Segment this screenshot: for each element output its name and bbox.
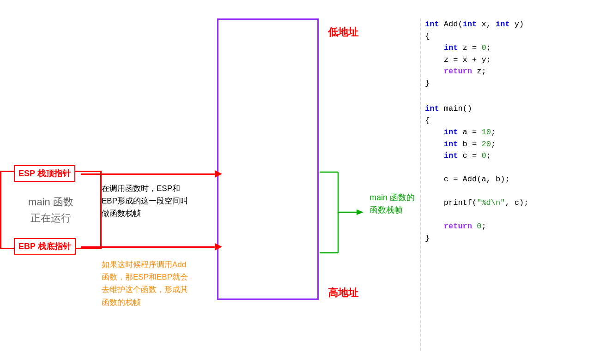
main-return: return 0 ; [425, 221, 600, 233]
main-signature: int main() [425, 103, 600, 115]
add-signature: int Add( int x, int y) [425, 18, 600, 30]
esp-arrow-head [215, 170, 222, 178]
main-close-brace: } [425, 233, 600, 245]
main-add-call: c = Add(a, b); [425, 173, 600, 185]
main-blank-1 [425, 162, 600, 174]
add-return: return z; [425, 66, 600, 78]
add-open-brace: { [425, 30, 600, 42]
esp-arrow [81, 170, 222, 178]
ebp-arrow [81, 243, 222, 251]
main-blank-3 [425, 209, 600, 221]
low-addr-label: 低地址 [328, 25, 358, 39]
code-area: int Add( int x, int y) { int z = 0 ; [425, 18, 600, 253]
dashed-separator [420, 18, 421, 351]
esp-arrow-line [81, 173, 215, 175]
stack-outer-box [217, 18, 319, 300]
high-addr-label: 高地址 [328, 286, 358, 300]
esp-box: ESP 栈顶指针 [14, 165, 75, 182]
add-function-block: int Add( int x, int y) { int z = 0 ; [425, 18, 600, 89]
esp-description: 在调用函数时，ESP和 EBP形成的这一段空间叫 做函数栈帧 [102, 182, 194, 220]
add-int-z: int z = 0 ; [425, 42, 600, 54]
main-blank-2 [425, 185, 600, 197]
ebp-box: EBP 栈底指针 [14, 238, 76, 255]
main-printf: printf( "%d\n" , c); [425, 197, 600, 209]
main-function-block: int main() { int a = 10 ; int b = [425, 103, 600, 244]
add-z-assign: z = x + y; [425, 54, 600, 66]
main-int-a: int a = 10 ; [425, 126, 600, 138]
svg-marker-4 [357, 209, 364, 215]
add-close-brace: } [425, 78, 600, 90]
ebp-arrow-head [215, 243, 222, 251]
main-running-label: main 函数 正在运行 [28, 194, 73, 226]
ebp-arrow-line [81, 246, 215, 248]
main-int-c: int c = 0 ; [425, 150, 600, 162]
add-description: 如果这时候程序调用Add 函数，那ESP和EBP就会 去维护这个函数，形成其 函… [102, 258, 203, 309]
main-int-b: int b = 20 ; [425, 138, 600, 150]
stack-frame-label: main 函数的 函数栈帧 [370, 191, 425, 216]
stack-inner-box: main 函数 正在运行 [0, 171, 102, 249]
main-container: main 函数 正在运行 低地址 高地址 ESP 栈顶指针 EBP 栈底指针 在… [0, 0, 606, 364]
main-open-brace: { [425, 115, 600, 127]
